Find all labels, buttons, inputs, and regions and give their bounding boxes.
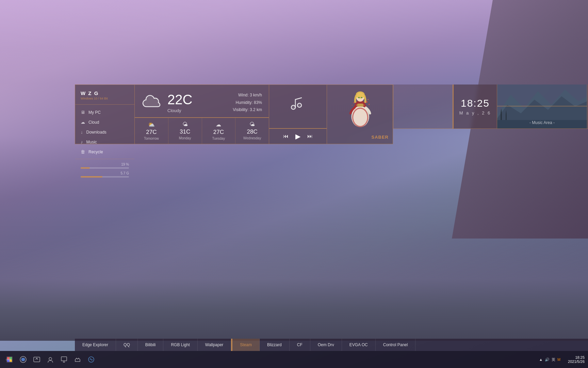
taskbar-icon-5[interactable] <box>72 354 83 365</box>
download-icon: ↓ <box>81 129 83 135</box>
widget-row-top: W Z G Windows 10 / 64 Bit 🖥 My PC ☁ Clou… <box>75 85 393 144</box>
music-nav-icon: ♪ <box>81 139 83 144</box>
svg-rect-8 <box>357 104 363 107</box>
widget-row-bottom: 18:25 M a y , 2 6 <box>393 85 588 129</box>
next-button[interactable]: ⏭ <box>307 133 313 139</box>
taskbar-icon-4[interactable] <box>59 354 69 365</box>
forecast-icon-0: ⛅ <box>148 121 155 128</box>
system-icon-1[interactable]: 🔊 <box>545 357 550 362</box>
weather-main: 22C Cloudy Wind: 3 km/h Humidity: 83% Vi… <box>135 85 269 118</box>
storage-bar-2: 5.7 G <box>81 171 129 178</box>
shortcut-control[interactable]: Control Panel <box>376 339 416 351</box>
weather-forecast: ⛅ 27C Tomorrow 🌤 31C Monday ☁ 27C Tuesda… <box>135 118 269 144</box>
shortcut-oemdrv[interactable]: Oem Drv <box>310 339 342 351</box>
shortcut-bilibili[interactable]: Bilibili <box>138 339 164 351</box>
system-icon-3[interactable]: M <box>557 357 560 362</box>
forecast-label-3: Wednesday <box>243 136 261 140</box>
forecast-icon-2: ☁ <box>216 121 221 128</box>
shortcut-wallpaper[interactable]: Wallpaper <box>198 339 231 351</box>
forecast-day-3: 🌤 28C Wednesday <box>235 118 269 144</box>
svg-point-12 <box>353 102 355 104</box>
svg-point-11 <box>368 99 369 100</box>
shortcut-evga[interactable]: EVGA OC <box>342 339 376 351</box>
weather-icon-area: 22C Cloudy <box>142 92 192 113</box>
windows-label: ows <box>6 358 11 361</box>
play-button[interactable]: ▶ <box>295 132 300 140</box>
nav-label-recycle: Recycle <box>88 150 103 154</box>
character-name: SABER <box>371 135 389 140</box>
svg-point-6 <box>358 97 360 98</box>
svg-rect-19 <box>501 113 502 120</box>
taskbar-icon-1[interactable] <box>18 354 29 365</box>
weather-wind: Wind: 3 km/h <box>233 92 262 99</box>
svg-rect-21 <box>506 114 507 120</box>
clock-date: M a y , 2 6 <box>459 110 491 116</box>
shortcut-edge[interactable]: Edge Explorer <box>75 339 116 351</box>
weather-details: Wind: 3 km/h Humidity: 83% Visibility: 3… <box>233 92 262 114</box>
music-note-area <box>269 85 327 129</box>
nav-item-recycle[interactable]: 🗑 Recycle <box>75 147 134 157</box>
storage-bar-1: 19 % <box>81 163 129 169</box>
weather-humidity: Humidity: 83% <box>233 99 262 107</box>
forecast-label-2: Tuesday <box>212 137 225 140</box>
panel-subtitle: Windows 10 / 64 Bit <box>81 97 129 100</box>
panel-character: SABER <box>327 85 393 144</box>
storage-label-1: 19 % <box>81 163 129 166</box>
nav-item-music[interactable]: ♪ Music <box>75 137 134 147</box>
nav-item-my-pc[interactable]: 🖥 My PC <box>75 107 134 117</box>
music-area-label: - Music Area - <box>497 120 587 125</box>
shortcut-rgb[interactable]: RGB Light <box>163 339 197 351</box>
system-icon-0[interactable]: ▲ <box>539 357 543 362</box>
taskbar-clock[interactable]: 18:25 2021/5/26 <box>565 355 588 364</box>
panel-left-bottom <box>393 85 453 129</box>
shortcut-blizzard[interactable]: Blizzard <box>260 339 290 351</box>
prev-button[interactable]: ⏮ <box>283 133 289 139</box>
svg-rect-31 <box>61 357 67 361</box>
system-icon-2[interactable]: 英 <box>552 357 555 362</box>
forecast-temp-2: 27C <box>213 129 224 136</box>
forecast-day-1: 🌤 31C Monday <box>168 118 202 144</box>
forecast-icon-1: 🌤 <box>182 121 188 127</box>
forecast-icon-3: 🌤 <box>249 121 255 127</box>
svg-point-5 <box>356 91 365 98</box>
taskbar-windows-button[interactable]: ows <box>0 351 17 368</box>
nav-label-downloads: Downloads <box>86 130 107 135</box>
forecast-day-2: ☁ 27C Tuesday <box>202 118 236 144</box>
progress-bg-1 <box>81 167 129 169</box>
character-art <box>330 87 389 134</box>
panel-clock: 18:25 M a y , 2 6 <box>453 85 497 129</box>
progress-bg-2 <box>81 176 129 178</box>
nav-label-my-pc: My PC <box>88 110 101 115</box>
weather-temperature: 22C <box>167 92 192 107</box>
nav-item-cloud[interactable]: ☁ Cloud <box>75 117 134 127</box>
forecast-day-0: ⛅ 27C Tomorrow <box>135 118 168 144</box>
clock-time: 18:25 <box>461 97 490 109</box>
panel-username: W Z G <box>81 90 129 96</box>
forecast-label-1: Monday <box>179 136 191 140</box>
panel-music-widget: ⏮ ▶ ⏭ <box>269 85 327 144</box>
cloud-nav-icon: ☁ <box>81 120 85 125</box>
shortcut-bar: Edge Explorer QQ Bilibili RGB Light Wall… <box>75 339 588 351</box>
taskbar: ows <box>0 351 588 368</box>
shortcut-qq[interactable]: QQ <box>116 339 138 351</box>
panel-music-area: - Music Area - <box>497 85 587 129</box>
forecast-temp-3: 28C <box>247 128 258 135</box>
weather-temp-desc: 22C Cloudy <box>167 92 192 113</box>
shortcut-cf[interactable]: CF <box>290 339 310 351</box>
taskbar-date: 2021/5/26 <box>568 359 585 364</box>
shortcut-steam[interactable]: Steam <box>232 339 260 351</box>
storage-label-2: 5.7 G <box>81 171 129 175</box>
progress-fill-1 <box>81 167 90 169</box>
taskbar-icon-3[interactable] <box>45 354 56 365</box>
progress-fill-2 <box>81 176 102 178</box>
taskbar-icon-2[interactable] <box>31 354 42 365</box>
nav-label-cloud: Cloud <box>88 120 99 125</box>
svg-point-7 <box>361 97 362 98</box>
recycle-icon: 🗑 <box>81 149 85 154</box>
svg-point-10 <box>369 104 370 105</box>
taskbar-icons <box>0 354 535 365</box>
panel-weather: 22C Cloudy Wind: 3 km/h Humidity: 83% Vi… <box>134 85 269 144</box>
nav-item-downloads[interactable]: ↓ Downloads <box>75 127 134 137</box>
svg-point-13 <box>352 105 353 106</box>
taskbar-icon-6[interactable] <box>86 354 97 365</box>
